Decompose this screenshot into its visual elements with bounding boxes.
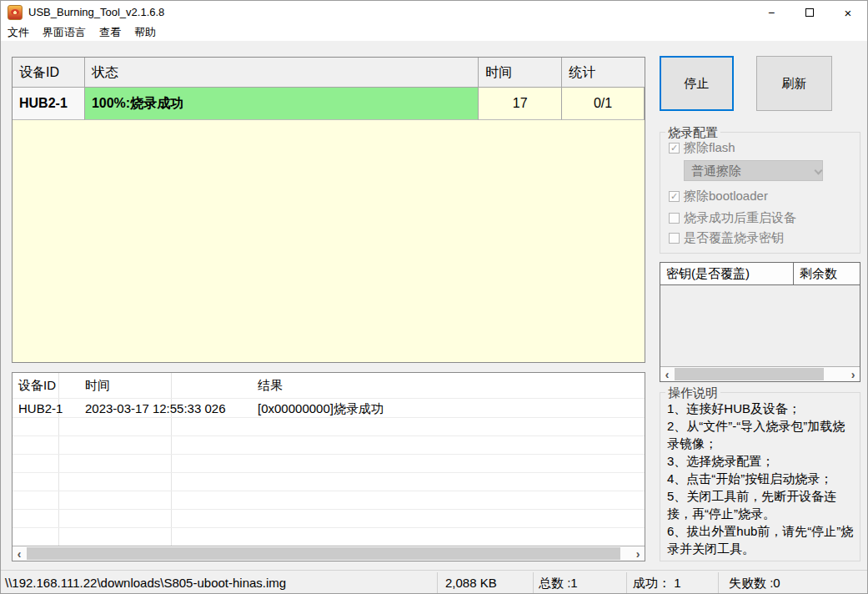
statusbar-divider [626,572,627,593]
log-table: 设备ID 时间 结果 HUB2-1 2023-03-17 12:55:33 02… [12,372,645,561]
checkbox-erase-bootloader[interactable]: 擦除bootloader [669,189,768,204]
instructions-text: 1、连接好HUB及设备； 2、从“文件”-“导入烧录包”加载烧录镜像； 3、选择… [667,400,856,557]
instruction-line: 1、连接好HUB及设备； [667,400,856,417]
statusbar: \\192.168.111.22\downloads\S805-uboot-hi… [1,570,867,594]
checkbox-icon [669,213,680,224]
success-count: 成功： 1 [633,571,681,594]
scrollbar-thumb[interactable] [675,368,824,380]
burn-config-title: 烧录配置 [665,125,720,141]
image-path: \\192.168.111.22\downloads\S805-uboot-hi… [5,571,286,594]
log-result-cell: [0x00000000]烧录成功 [258,400,384,417]
checkbox-label: 烧录成功后重启设备 [684,210,796,226]
maximize-button[interactable] [790,1,829,24]
window-title: USB_Burning_Tool_v2.1.6.8 [28,1,164,24]
device-progress-table: 设备ID 状态 时间 统计 HUB2-1 100%:烧录成功 17 0/1 [12,57,645,363]
key-table-header: 密钥(是否覆盖) 剩余数 [660,263,860,285]
close-button[interactable]: × [829,1,867,24]
checkbox-label: 擦除flash [684,140,735,156]
instruction-line: 2、从“文件”-“导入烧录包”加载烧录镜像； [667,417,856,452]
failed-count: 失败数 :0 [729,571,780,594]
scrollbar-thumb[interactable] [27,547,620,560]
log-table-header: 设备ID 时间 结果 [13,373,645,399]
image-size: 2,088 KB [445,571,497,594]
app-icon [8,5,23,20]
device-table-header: 设备ID 状态 时间 统计 [13,58,645,88]
statusbar-divider [437,572,438,593]
key-table-hscrollbar[interactable]: ‹ › [660,366,860,381]
minimize-icon: − [768,8,775,17]
menubar: 文件 界面语言 查看 帮助 [1,24,867,41]
statusbar-divider [533,572,534,593]
col-log-time: 时间 [85,373,110,398]
col-device-id: 设备ID [13,58,85,87]
col-status: 状态 [85,58,479,87]
minimize-button[interactable]: − [752,1,790,24]
menu-language[interactable]: 界面语言 [43,25,86,40]
checkbox-overwrite-key[interactable]: 是否覆盖烧录密钥 [669,230,784,246]
menu-help[interactable]: 帮助 [134,25,156,40]
col-key-overwrite: 密钥(是否覆盖) [660,263,794,284]
key-table: 密钥(是否覆盖) 剩余数 ‹ › [660,262,860,382]
table-row[interactable]: HUB2-1 2023-03-17 12:55:33 026 [0x000000… [13,400,645,418]
window-controls: − × [752,1,867,24]
log-table-hscrollbar[interactable]: ‹ › [13,546,645,561]
log-table-body: HUB2-1 2023-03-17 12:55:33 026 [0x000000… [13,400,645,546]
stop-button[interactable]: 停止 [660,56,734,111]
menu-view[interactable]: 查看 [99,25,121,40]
col-time: 时间 [479,58,562,87]
col-log-device-id: 设备ID [18,373,56,398]
instruction-line: 3、选择烧录配置； [667,452,856,470]
maximize-icon [805,8,814,17]
col-log-result: 结果 [258,373,283,398]
checkbox-icon [669,233,680,244]
stats-cell: 0/1 [562,88,645,120]
device-id-cell: HUB2-1 [13,88,85,120]
checkbox-label: 是否覆盖烧录密钥 [684,230,784,246]
col-stats: 统计 [562,58,645,87]
scroll-right-icon[interactable]: › [846,367,860,381]
titlebar: USB_Burning_Tool_v2.1.6.8 − × [1,1,867,24]
menu-file[interactable]: 文件 [8,25,29,40]
instruction-line: 6、拔出外置hub前，请先“停止”烧录并关闭工具。 [667,522,856,557]
status-cell: 100%:烧录成功 [85,88,479,120]
erase-mode-select[interactable]: 普通擦除 [684,160,823,181]
scroll-left-icon[interactable]: ‹ [660,367,674,381]
col-remaining: 剩余数 [794,263,860,284]
burn-config-group: 烧录配置 擦除flash 普通擦除 擦除bootloader 烧录成功后重启设备… [660,132,860,254]
scroll-right-icon[interactable]: › [631,546,645,561]
statusbar-divider [718,572,719,593]
checkbox-icon [669,191,680,202]
refresh-button[interactable]: 刷新 [756,56,832,111]
time-cell: 17 [479,88,562,120]
close-icon: × [845,6,852,20]
log-time-cell: 2023-03-17 12:55:33 026 [85,400,225,417]
checkbox-erase-flash[interactable]: 擦除flash [669,140,735,156]
checkbox-icon [669,143,680,154]
log-device-id-cell: HUB2-1 [18,400,63,417]
app-window: USB_Burning_Tool_v2.1.6.8 − × 文件 界面语言 查看… [0,0,868,594]
instructions-group: 操作说明 1、连接好HUB及设备； 2、从“文件”-“导入烧录包”加载烧录镜像；… [660,392,860,561]
checkbox-label: 擦除bootloader [684,189,768,204]
table-row[interactable]: HUB2-1 100%:烧录成功 17 0/1 [13,88,645,120]
total-count: 总数 :1 [539,571,578,594]
checkbox-reboot-after-success[interactable]: 烧录成功后重启设备 [669,210,796,226]
scroll-left-icon[interactable]: ‹ [13,546,26,561]
instruction-line: 4、点击“开始”按钮启动烧录； [667,470,856,487]
instruction-line: 5、关闭工具前，先断开设备连接，再“停止”烧录。 [667,487,856,522]
